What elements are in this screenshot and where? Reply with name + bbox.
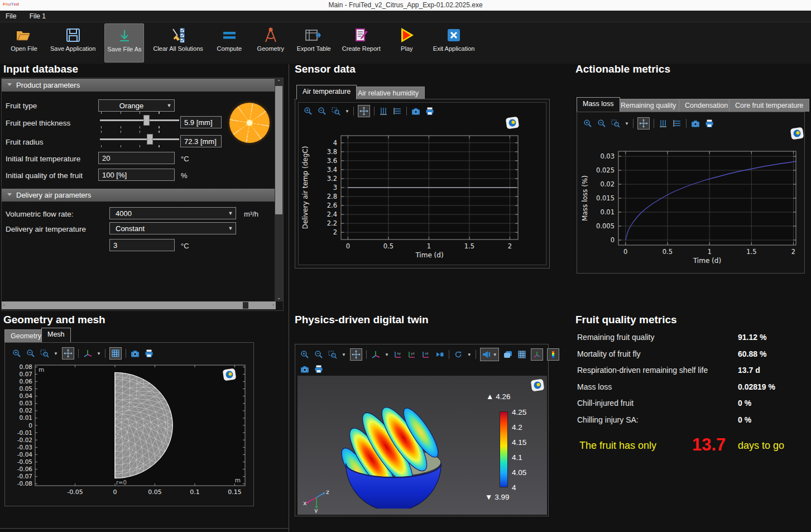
zoom-out-icon[interactable]: [317, 106, 327, 116]
create-report-button[interactable]: Create Report: [340, 23, 383, 54]
zoom-in-icon[interactable]: [583, 118, 593, 128]
comsol-logo: [223, 368, 236, 381]
scroll-right-icon[interactable]: ›: [272, 302, 274, 308]
camera-icon[interactable]: [411, 106, 421, 116]
scroll-up-icon[interactable]: ⌃: [275, 79, 283, 84]
fruit-type-dropdown[interactable]: Orange ▼: [98, 99, 175, 112]
zoom-extents-icon[interactable]: [358, 105, 370, 117]
geometry-icon: [256, 25, 286, 45]
scene-light-icon[interactable]: [503, 349, 513, 360]
view-yz-icon[interactable]: yz: [407, 349, 417, 360]
scrollbar-thumb[interactable]: [243, 302, 248, 309]
metric-value: 60.88 %: [738, 349, 766, 358]
volumetric-flow-rate-dropdown[interactable]: 4000 ▼: [109, 207, 236, 219]
chevron-down-icon[interactable]: ▼: [345, 109, 349, 114]
twin-3d-viewport[interactable]: ▲ 4.26 4.25 4.2 4.15 4.1 4.05 4 ▼ 3.99 x…: [297, 376, 547, 515]
fruit-radius-slider[interactable]: [100, 131, 179, 147]
camera-icon[interactable]: [300, 364, 310, 374]
tab-core-fruit-temperature[interactable]: Core fruit temperature: [729, 99, 809, 112]
zoom-extents-icon[interactable]: [637, 117, 650, 130]
tab-air-relative-humidity[interactable]: Air relative humidity: [352, 87, 425, 99]
chevron-down-icon[interactable]: ▼: [467, 352, 472, 357]
rotate-icon[interactable]: [453, 349, 463, 360]
zoom-out-icon[interactable]: [597, 118, 607, 128]
zoom-in-icon[interactable]: [12, 348, 22, 358]
printer-icon[interactable]: [314, 364, 324, 374]
vertical-scrollbar[interactable]: ⌃ ⌄: [275, 78, 283, 301]
tab-condensation[interactable]: Condensation: [679, 99, 734, 112]
chevron-down-icon[interactable]: ▼: [97, 351, 101, 356]
menubar: File File 1: [0, 11, 811, 22]
tab-mass-loss[interactable]: Mass loss: [577, 97, 620, 112]
perspective-icon[interactable]: [435, 349, 445, 360]
zoom-out-icon[interactable]: [26, 348, 36, 358]
zoom-out-icon[interactable]: [314, 349, 324, 360]
svg-text:x: x: [303, 500, 307, 507]
compute-button[interactable]: Compute: [212, 23, 247, 54]
zoom-box-icon[interactable]: [40, 348, 50, 358]
initial-quality-input[interactable]: [98, 169, 175, 181]
section-product-parameters[interactable]: Product parameters: [2, 79, 276, 92]
svg-text:-0.02: -0.02: [17, 437, 32, 443]
printer-icon[interactable]: [144, 348, 154, 358]
scrollbar-thumb[interactable]: [275, 86, 282, 214]
chevron-down-icon[interactable]: ▼: [385, 352, 389, 357]
open-file-button[interactable]: Open File: [7, 23, 41, 54]
y-gridlines-icon[interactable]: [392, 106, 402, 116]
zoom-in-icon[interactable]: [300, 349, 310, 360]
tab-mesh[interactable]: Mesh: [41, 328, 71, 342]
delivery-air-temp-value-input[interactable]: [109, 239, 175, 251]
show-grid-icon[interactable]: [517, 349, 527, 360]
geometry-button[interactable]: Geometry: [253, 23, 288, 54]
chevron-down-icon[interactable]: ▼: [342, 352, 346, 357]
exit-application-button[interactable]: Exit Application: [431, 23, 477, 54]
save-file-as-button[interactable]: Save File As: [104, 23, 144, 63]
horizontal-scrollbar[interactable]: ‹ ›: [2, 301, 276, 309]
section-delivery-air-parameters[interactable]: Delivery air parameters: [2, 189, 276, 202]
slider-thumb[interactable]: [147, 134, 153, 145]
zoom-extents-icon[interactable]: [350, 348, 362, 361]
show-grid-icon[interactable]: [109, 347, 122, 360]
digital-twin-title: Physics-driven digital twin: [295, 314, 429, 326]
printer-icon[interactable]: [425, 106, 435, 116]
axis-orientation-icon[interactable]: [83, 348, 93, 358]
delivery-air-temperature-dropdown[interactable]: Constant ▼: [109, 222, 236, 234]
tab-air-temperature[interactable]: Air temperature: [296, 85, 357, 99]
svg-text:Time (d): Time (d): [415, 251, 443, 259]
initial-fruit-temperature-input[interactable]: [98, 152, 175, 164]
fruit-radius-value[interactable]: 72.3 [mm]: [180, 135, 222, 147]
tab-remaining-quality[interactable]: Remaining quality: [615, 99, 682, 112]
y-gridlines-icon[interactable]: [672, 118, 682, 128]
export-table-button[interactable]: Export Table: [295, 23, 333, 54]
zoom-extents-icon[interactable]: [62, 347, 74, 360]
clear-all-solutions-button[interactable]: Clear All Solutions: [151, 23, 205, 54]
camera-icon[interactable]: [690, 118, 700, 128]
fruit-peel-thickness-value[interactable]: 5.9 [mm]: [180, 116, 222, 128]
camera-icon[interactable]: [130, 348, 140, 358]
axis-orientation-icon[interactable]: [371, 349, 381, 360]
show-axes-icon[interactable]: [531, 348, 543, 361]
zoom-box-icon[interactable]: [328, 349, 338, 360]
x-gridlines-icon[interactable]: [378, 106, 388, 116]
view-xz-icon[interactable]: xz: [421, 349, 431, 360]
scroll-left-icon[interactable]: ‹: [3, 302, 5, 308]
printer-icon[interactable]: [704, 118, 714, 128]
show-color-legend-icon[interactable]: [547, 348, 559, 361]
zoom-box-icon[interactable]: [331, 106, 341, 116]
svg-text:1.5: 1.5: [746, 248, 756, 256]
view-xy-icon[interactable]: xy: [393, 349, 403, 360]
menu-file-1[interactable]: File 1: [24, 11, 51, 20]
go-to-default-view-icon[interactable]: [482, 349, 492, 360]
slider-thumb[interactable]: [143, 115, 150, 126]
chevron-down-icon[interactable]: ▼: [625, 121, 629, 126]
chevron-down-icon[interactable]: ▼: [493, 352, 497, 357]
chevron-down-icon[interactable]: ▼: [54, 351, 58, 356]
zoom-in-icon[interactable]: [303, 106, 313, 116]
zoom-box-icon[interactable]: [611, 118, 621, 128]
play-button[interactable]: Play: [390, 23, 424, 54]
scroll-down-icon[interactable]: ⌄: [275, 295, 283, 300]
fruit-peel-thickness-slider[interactable]: [100, 112, 179, 128]
save-application-button[interactable]: Save Application: [48, 23, 98, 54]
x-gridlines-icon[interactable]: [658, 118, 668, 128]
menu-file[interactable]: File: [0, 11, 22, 20]
